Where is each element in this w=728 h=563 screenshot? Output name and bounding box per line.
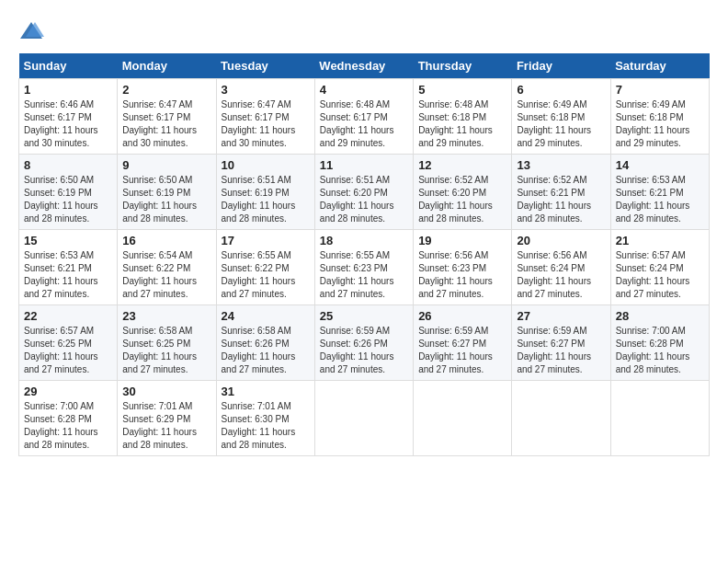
day-number: 30 — [122, 385, 210, 398]
day-number: 1 — [24, 83, 112, 97]
calendar-week-1: 1 Sunrise: 6:46 AM Sunset: 6:17 PM Dayli… — [19, 79, 710, 155]
day-number: 26 — [418, 309, 506, 323]
day-header-sunday: Sunday — [19, 53, 118, 79]
day-number: 20 — [517, 234, 605, 247]
day-info: Sunrise: 6:52 AM Sunset: 6:20 PM Dayligh… — [418, 175, 493, 224]
logo-icon — [18, 18, 44, 44]
day-number: 12 — [418, 158, 506, 172]
day-number: 31 — [222, 385, 310, 398]
day-number: 4 — [320, 83, 408, 97]
day-info: Sunrise: 6:55 AM Sunset: 6:23 PM Dayligh… — [320, 250, 394, 299]
day-info: Sunrise: 6:56 AM Sunset: 6:23 PM Dayligh… — [418, 250, 493, 299]
day-info: Sunrise: 6:50 AM Sunset: 6:19 PM Dayligh… — [122, 175, 197, 224]
day-cell-30: 30 Sunrise: 7:01 AM Sunset: 6:29 PM Dayl… — [118, 381, 216, 456]
day-header-saturday: Saturday — [610, 53, 709, 79]
day-cell-8: 8 Sunrise: 6:50 AM Sunset: 6:19 PM Dayli… — [19, 155, 118, 230]
day-number: 10 — [222, 158, 310, 172]
day-cell-17: 17 Sunrise: 6:55 AM Sunset: 6:22 PM Dayl… — [216, 230, 314, 305]
day-cell-24: 24 Sunrise: 6:58 AM Sunset: 6:26 PM Dayl… — [216, 305, 314, 381]
day-info: Sunrise: 7:01 AM Sunset: 6:29 PM Dayligh… — [122, 401, 197, 450]
day-number: 5 — [418, 83, 506, 97]
day-cell-4: 4 Sunrise: 6:48 AM Sunset: 6:17 PM Dayli… — [314, 79, 413, 155]
day-cell-16: 16 Sunrise: 6:54 AM Sunset: 6:22 PM Dayl… — [118, 230, 216, 305]
day-number: 13 — [517, 158, 605, 172]
day-info: Sunrise: 6:56 AM Sunset: 6:24 PM Dayligh… — [517, 250, 591, 299]
day-cell-7: 7 Sunrise: 6:49 AM Sunset: 6:18 PM Dayli… — [610, 79, 709, 155]
day-number: 23 — [122, 309, 210, 323]
day-info: Sunrise: 6:57 AM Sunset: 6:25 PM Dayligh… — [24, 326, 98, 374]
day-cell-31: 31 Sunrise: 7:01 AM Sunset: 6:30 PM Dayl… — [216, 381, 314, 456]
day-number: 28 — [616, 309, 704, 323]
day-cell-21: 21 Sunrise: 6:57 AM Sunset: 6:24 PM Dayl… — [610, 230, 709, 305]
day-info: Sunrise: 6:54 AM Sunset: 6:22 PM Dayligh… — [122, 250, 197, 299]
day-info: Sunrise: 6:59 AM Sunset: 6:27 PM Dayligh… — [418, 326, 493, 374]
day-number: 17 — [222, 234, 310, 247]
empty-cell — [610, 381, 709, 456]
day-info: Sunrise: 6:47 AM Sunset: 6:17 PM Dayligh… — [222, 99, 296, 148]
day-header-monday: Monday — [118, 53, 216, 79]
calendar-week-2: 8 Sunrise: 6:50 AM Sunset: 6:19 PM Dayli… — [19, 155, 710, 230]
day-number: 21 — [616, 234, 704, 247]
day-info: Sunrise: 7:00 AM Sunset: 6:28 PM Dayligh… — [24, 401, 98, 450]
day-number: 8 — [24, 158, 112, 172]
day-number: 27 — [517, 309, 605, 323]
day-number: 25 — [320, 309, 408, 323]
day-header-friday: Friday — [512, 53, 610, 79]
day-cell-22: 22 Sunrise: 6:57 AM Sunset: 6:25 PM Dayl… — [19, 305, 118, 381]
day-cell-26: 26 Sunrise: 6:59 AM Sunset: 6:27 PM Dayl… — [414, 305, 512, 381]
day-info: Sunrise: 6:53 AM Sunset: 6:21 PM Dayligh… — [616, 175, 690, 224]
day-cell-20: 20 Sunrise: 6:56 AM Sunset: 6:24 PM Dayl… — [512, 230, 610, 305]
day-header-wednesday: Wednesday — [314, 53, 413, 79]
calendar-table: SundayMondayTuesdayWednesdayThursdayFrid… — [18, 53, 710, 456]
day-info: Sunrise: 6:55 AM Sunset: 6:22 PM Dayligh… — [222, 250, 296, 299]
day-cell-5: 5 Sunrise: 6:48 AM Sunset: 6:18 PM Dayli… — [414, 79, 512, 155]
page-header — [18, 18, 710, 44]
day-number: 7 — [616, 83, 704, 97]
day-info: Sunrise: 6:47 AM Sunset: 6:17 PM Dayligh… — [122, 99, 197, 148]
empty-cell — [414, 381, 512, 456]
day-cell-3: 3 Sunrise: 6:47 AM Sunset: 6:17 PM Dayli… — [216, 79, 314, 155]
day-info: Sunrise: 6:46 AM Sunset: 6:17 PM Dayligh… — [24, 99, 98, 148]
day-cell-9: 9 Sunrise: 6:50 AM Sunset: 6:19 PM Dayli… — [118, 155, 216, 230]
day-info: Sunrise: 6:48 AM Sunset: 6:17 PM Dayligh… — [320, 99, 394, 148]
calendar-week-5: 29 Sunrise: 7:00 AM Sunset: 6:28 PM Dayl… — [19, 381, 710, 456]
logo — [18, 18, 49, 44]
day-number: 16 — [122, 234, 210, 247]
day-cell-29: 29 Sunrise: 7:00 AM Sunset: 6:28 PM Dayl… — [19, 381, 118, 456]
day-cell-2: 2 Sunrise: 6:47 AM Sunset: 6:17 PM Dayli… — [118, 79, 216, 155]
day-number: 9 — [122, 158, 210, 172]
day-number: 29 — [24, 385, 112, 398]
day-number: 18 — [320, 234, 408, 247]
day-cell-11: 11 Sunrise: 6:51 AM Sunset: 6:20 PM Dayl… — [314, 155, 413, 230]
empty-cell — [512, 381, 610, 456]
day-info: Sunrise: 7:01 AM Sunset: 6:30 PM Dayligh… — [222, 401, 296, 450]
day-cell-19: 19 Sunrise: 6:56 AM Sunset: 6:23 PM Dayl… — [414, 230, 512, 305]
day-info: Sunrise: 6:59 AM Sunset: 6:27 PM Dayligh… — [517, 326, 591, 374]
day-cell-18: 18 Sunrise: 6:55 AM Sunset: 6:23 PM Dayl… — [314, 230, 413, 305]
day-info: Sunrise: 6:59 AM Sunset: 6:26 PM Dayligh… — [320, 326, 394, 374]
day-number: 19 — [418, 234, 506, 247]
day-info: Sunrise: 6:58 AM Sunset: 6:25 PM Dayligh… — [122, 326, 197, 374]
day-info: Sunrise: 6:51 AM Sunset: 6:20 PM Dayligh… — [320, 175, 394, 224]
day-header-thursday: Thursday — [414, 53, 512, 79]
day-info: Sunrise: 6:57 AM Sunset: 6:24 PM Dayligh… — [616, 250, 690, 299]
day-info: Sunrise: 6:48 AM Sunset: 6:18 PM Dayligh… — [418, 99, 493, 148]
day-number: 22 — [24, 309, 112, 323]
day-info: Sunrise: 7:00 AM Sunset: 6:28 PM Dayligh… — [616, 326, 690, 374]
day-info: Sunrise: 6:51 AM Sunset: 6:19 PM Dayligh… — [222, 175, 296, 224]
day-cell-12: 12 Sunrise: 6:52 AM Sunset: 6:20 PM Dayl… — [414, 155, 512, 230]
day-info: Sunrise: 6:49 AM Sunset: 6:18 PM Dayligh… — [616, 99, 690, 148]
day-cell-25: 25 Sunrise: 6:59 AM Sunset: 6:26 PM Dayl… — [314, 305, 413, 381]
day-cell-10: 10 Sunrise: 6:51 AM Sunset: 6:19 PM Dayl… — [216, 155, 314, 230]
day-info: Sunrise: 6:58 AM Sunset: 6:26 PM Dayligh… — [222, 326, 296, 374]
day-number: 15 — [24, 234, 112, 247]
empty-cell — [314, 381, 413, 456]
day-cell-6: 6 Sunrise: 6:49 AM Sunset: 6:18 PM Dayli… — [512, 79, 610, 155]
day-cell-28: 28 Sunrise: 7:00 AM Sunset: 6:28 PM Dayl… — [610, 305, 709, 381]
day-number: 3 — [222, 83, 310, 97]
day-number: 14 — [616, 158, 704, 172]
day-number: 2 — [122, 83, 210, 97]
calendar-week-4: 22 Sunrise: 6:57 AM Sunset: 6:25 PM Dayl… — [19, 305, 710, 381]
day-cell-23: 23 Sunrise: 6:58 AM Sunset: 6:25 PM Dayl… — [118, 305, 216, 381]
day-info: Sunrise: 6:50 AM Sunset: 6:19 PM Dayligh… — [24, 175, 98, 224]
